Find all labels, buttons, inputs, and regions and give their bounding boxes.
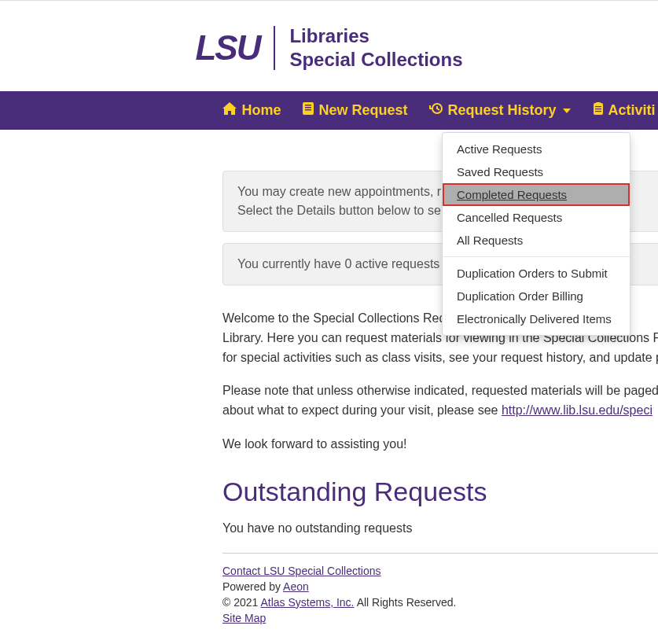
svg-rect-8	[595, 109, 601, 109]
logo[interactable]: LSU Libraries Special Collections	[195, 24, 462, 72]
svg-rect-1	[305, 105, 311, 106]
dropdown-completed-requests[interactable]: Completed Requests	[443, 183, 630, 206]
nav-request-history[interactable]: Request History	[429, 102, 570, 119]
dropdown-duplication-billing[interactable]: Duplication Order Billing	[443, 285, 630, 307]
nav-new-request[interactable]: New Request	[303, 102, 407, 119]
svg-rect-3	[305, 109, 311, 111]
nav-home[interactable]: Home	[222, 102, 281, 119]
logo-line2: Special Collections	[289, 48, 462, 72]
footer: Contact LSU Special Collections Powered …	[222, 553, 658, 624]
svg-rect-7	[595, 106, 601, 107]
logo-line1: Libraries	[289, 24, 462, 48]
dropdown-divider	[443, 256, 630, 257]
logo-text: Libraries Special Collections	[289, 24, 462, 72]
nav-activities-label: Activiti	[608, 102, 656, 119]
outstanding-requests-heading: Outstanding Requests	[222, 477, 658, 507]
svg-rect-0	[303, 102, 314, 115]
dropdown-electronically-delivered[interactable]: Electronically Delivered Items	[443, 307, 630, 330]
dropdown-cancelled-requests[interactable]: Cancelled Requests	[443, 206, 630, 229]
document-icon	[303, 102, 314, 119]
visit-info-link[interactable]: http://www.lib.lsu.edu/speci	[502, 403, 652, 417]
dropdown-saved-requests[interactable]: Saved Requests	[443, 160, 630, 183]
home-icon	[222, 102, 237, 119]
site-map-link[interactable]: Site Map	[222, 612, 266, 624]
svg-rect-6	[596, 102, 601, 105]
dropdown-active-requests[interactable]: Active Requests	[443, 138, 630, 160]
aeon-link[interactable]: Aeon	[283, 580, 309, 593]
contact-link[interactable]: Contact LSU Special Collections	[222, 565, 381, 577]
nav-request-history-label: Request History	[447, 102, 556, 119]
request-history-dropdown: Active Requests Saved Requests Completed…	[442, 132, 630, 336]
logo-divider	[274, 26, 275, 70]
header: LSU Libraries Special Collections	[0, 0, 658, 91]
svg-rect-2	[305, 107, 311, 109]
nav-bar: Home New Request Request History Activit…	[0, 91, 658, 130]
atlas-link[interactable]: Atlas Systems, Inc.	[260, 596, 354, 609]
svg-rect-9	[595, 111, 601, 112]
clipboard-icon	[593, 102, 604, 119]
nav-activities[interactable]: Activiti	[593, 102, 656, 119]
chevron-down-icon	[563, 109, 571, 113]
nav-new-request-label: New Request	[318, 102, 407, 119]
dropdown-duplication-submit[interactable]: Duplication Orders to Submit	[443, 262, 630, 285]
logo-abbr: LSU	[195, 28, 259, 68]
history-icon	[429, 102, 443, 119]
nav-home-label: Home	[241, 102, 281, 119]
dropdown-all-requests[interactable]: All Requests	[443, 229, 630, 252]
outstanding-requests-text: You have no outstanding requests	[222, 521, 658, 535]
